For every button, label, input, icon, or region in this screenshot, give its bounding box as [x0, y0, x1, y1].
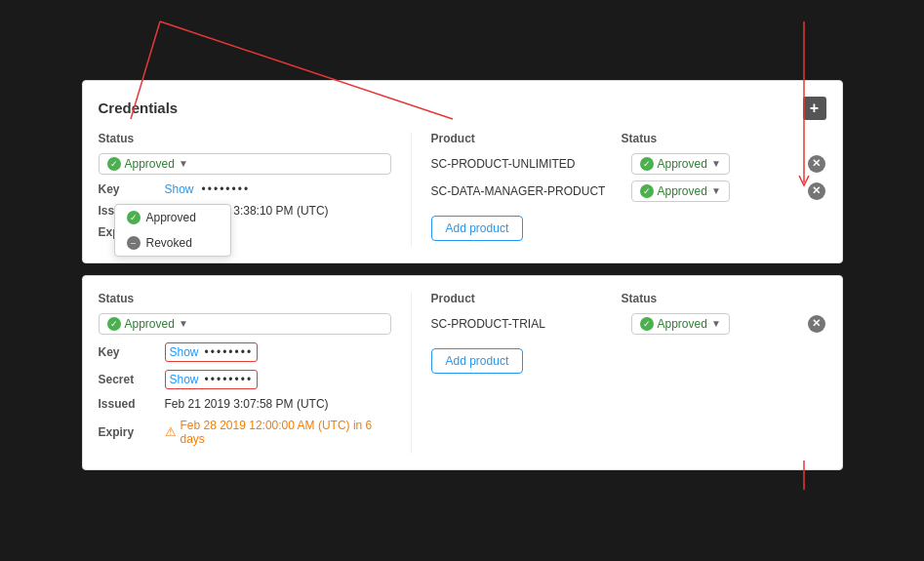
product-check-icon-1-2: ✓	[640, 184, 654, 198]
status-dropdown-2[interactable]: ✓ Approved ▼	[99, 313, 391, 335]
remove-icon-2-1: ✕	[808, 315, 825, 333]
status-dropdown-menu-1: ✓ Approved – Revoked	[114, 204, 231, 257]
status-col-label-2: Status	[622, 292, 797, 305]
product-status-1-2: ✓ Approved ▼	[631, 180, 807, 202]
status-col-label-1: Status	[622, 132, 797, 145]
product-row-2-1: SC-PRODUCT-TRIAL ✓ Approved ▼ ✕	[431, 313, 826, 335]
status-label-1: Status	[99, 132, 157, 145]
product-status-dropdown-1-2[interactable]: ✓ Approved ▼	[631, 180, 730, 202]
add-product-button-1[interactable]: Add product	[431, 216, 524, 241]
products-header-1: Product Status	[431, 132, 826, 145]
expiry-warning-2: ⚠ Feb 28 2019 12:00:00 AM (UTC) in 6 day…	[165, 419, 391, 446]
secret-show-link-2[interactable]: Show	[170, 373, 199, 386]
secret-row-2: Secret Show ••••••••	[99, 370, 391, 389]
product-status-dropdown-2-1[interactable]: ✓ Approved ▼	[631, 313, 730, 335]
key-dots-2: ••••••••	[205, 345, 254, 359]
product-status-value-1-2: Approved	[658, 184, 707, 198]
dropdown-item-approved[interactable]: ✓ Approved	[115, 205, 230, 230]
key-row-1: Key Show ••••••••	[99, 182, 391, 196]
expiry-row-2: Expiry ⚠ Feb 28 2019 12:00:00 AM (UTC) i…	[99, 419, 391, 446]
approved-icon: ✓	[127, 211, 141, 224]
card-body-2: Status ✓ Approved ▼ Key Show ••••••••	[99, 292, 826, 454]
approved-check-icon-1: ✓	[107, 157, 121, 171]
product-status-value-2-1: Approved	[658, 317, 707, 331]
main-container: Credentials + Status ✓ Approved ▼	[82, 80, 843, 482]
product-status-1-1: ✓ Approved ▼	[631, 153, 807, 175]
remove-product-button-1-1[interactable]: ✕	[807, 154, 826, 174]
card-header-1: Credentials +	[99, 97, 826, 120]
left-section-2: Status ✓ Approved ▼ Key Show ••••••••	[99, 292, 391, 454]
expiry-label-2: Expiry	[99, 425, 157, 439]
issued-row-2: Issued Feb 21 2019 3:07:58 PM (UTC)	[99, 397, 391, 411]
product-row-1-2: SC-DATA-MANAGER-PRODUCT ✓ Approved ▼ ✕	[431, 180, 826, 202]
add-credential-button[interactable]: +	[803, 97, 826, 120]
product-row-1-1: SC-PRODUCT-UNLIMITED ✓ Approved ▼ ✕	[431, 153, 826, 175]
card-body-1: Status ✓ Approved ▼ ✓ Approved	[99, 132, 826, 247]
key-show-link-1[interactable]: Show	[165, 182, 194, 196]
key-show-link-2[interactable]: Show	[170, 345, 199, 359]
left-section-1: Status ✓ Approved ▼ ✓ Approved	[99, 132, 391, 247]
remove-icon-1-1: ✕	[808, 155, 825, 173]
dropdown-approved-label: Approved	[146, 211, 196, 224]
remove-product-button-2-1[interactable]: ✕	[807, 314, 826, 334]
key-label-2: Key	[99, 345, 157, 359]
status-dropdown-1[interactable]: ✓ Approved ▼	[99, 153, 391, 175]
secret-label-2: Secret	[99, 373, 157, 386]
product-chevron-1-2: ▼	[711, 185, 721, 196]
product-chevron-1-1: ▼	[711, 158, 721, 169]
secret-highlight-box: Show ••••••••	[165, 370, 259, 389]
status-row-1: Status	[99, 132, 391, 145]
product-status-2-1: ✓ Approved ▼	[631, 313, 807, 335]
key-highlight-box: Show ••••••••	[165, 342, 259, 362]
remove-icon-1-2: ✕	[808, 182, 825, 200]
expiry-value-2: Feb 28 2019 12:00:00 AM (UTC) in 6 days	[181, 419, 391, 446]
key-label-1: Key	[99, 182, 157, 196]
issued-value-2: Feb 21 2019 3:07:58 PM (UTC)	[165, 397, 329, 411]
right-section-2: Product Status SC-PRODUCT-TRIAL ✓ Approv…	[411, 292, 826, 454]
remove-product-button-1-2[interactable]: ✕	[807, 181, 826, 201]
product-col-label-2: Product	[431, 292, 622, 305]
chevron-down-icon-1: ▼	[179, 158, 188, 169]
product-chevron-2-1: ▼	[711, 318, 721, 329]
status-label-2: Status	[99, 292, 157, 305]
approved-check-icon-2: ✓	[107, 317, 121, 331]
revoke-icon: –	[127, 236, 141, 250]
key-row-2: Key Show ••••••••	[99, 342, 391, 362]
status-value-1: Approved	[125, 157, 175, 171]
right-section-1: Product Status SC-PRODUCT-UNLIMITED ✓ Ap…	[411, 132, 826, 247]
product-col-label-1: Product	[431, 132, 622, 145]
add-product-button-2[interactable]: Add product	[431, 348, 524, 374]
status-row-2: Status	[99, 292, 391, 305]
product-status-dropdown-1-1[interactable]: ✓ Approved ▼	[631, 153, 730, 175]
dropdown-revoked-label: Revoked	[146, 236, 192, 250]
status-value-2: Approved	[125, 317, 175, 331]
product-name-2-1: SC-PRODUCT-TRIAL	[431, 317, 631, 331]
secret-dots-2: ••••••••	[205, 373, 254, 386]
key-dots-1: ••••••••	[202, 182, 251, 196]
product-name-1-1: SC-PRODUCT-UNLIMITED	[431, 157, 631, 171]
product-status-value-1-1: Approved	[658, 157, 707, 171]
product-check-icon-1-1: ✓	[640, 157, 654, 171]
product-check-icon-2-1: ✓	[640, 317, 654, 331]
dropdown-item-revoked[interactable]: – Revoked	[115, 230, 230, 256]
credentials-card-2: Status ✓ Approved ▼ Key Show ••••••••	[82, 275, 843, 470]
issued-label-2: Issued	[99, 397, 157, 411]
credentials-card-1: Credentials + Status ✓ Approved ▼	[82, 80, 843, 263]
chevron-down-icon-2: ▼	[179, 318, 188, 329]
product-name-1-2: SC-DATA-MANAGER-PRODUCT	[431, 184, 631, 198]
warning-icon-2: ⚠	[165, 424, 177, 439]
card-title: Credentials	[99, 100, 179, 116]
products-header-2: Product Status	[431, 292, 826, 305]
